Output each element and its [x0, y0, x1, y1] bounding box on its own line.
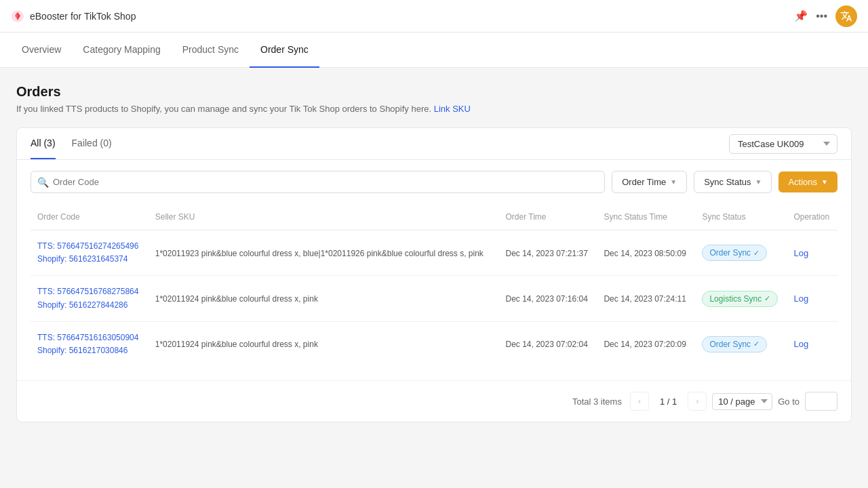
orders-card: All (3) Failed (0) TestCase UK009 🔍 Orde… — [16, 127, 852, 422]
order-time-cell: Dec 14, 2023 07:16:04 — [498, 276, 597, 321]
topbar-right: 📌 ••• — [794, 5, 857, 27]
pagination-total: Total 3 items — [572, 396, 622, 407]
seller-sku-value: 1*02011924 pink&blue colourful dress x, … — [155, 340, 318, 349]
sync-status-cell: Order Sync ✓ — [695, 230, 787, 276]
card-tabs-left: All (3) Failed (0) — [31, 128, 128, 159]
more-icon[interactable]: ••• — [816, 10, 827, 22]
search-input[interactable] — [31, 171, 605, 193]
log-link[interactable]: Log — [793, 248, 808, 258]
col-seller-sku: Seller SKU — [149, 204, 499, 230]
link-sku-link[interactable]: Link SKU — [434, 104, 471, 114]
chevron-down-icon: ▼ — [821, 178, 828, 186]
col-operation: Operation — [787, 204, 837, 230]
sync-time-cell: Dec 14, 2023 07:24:11 — [597, 276, 695, 321]
table-row: TTS: 576647516274265496 Shopify: 5616231… — [31, 230, 837, 276]
page-title: Orders — [16, 84, 852, 100]
table-row: TTS: 576647516768275864 Shopify: 5616227… — [31, 276, 837, 321]
tab-failed[interactable]: Failed (0) — [72, 128, 112, 159]
order-code-cell: TTS: 576647516163050904 Shopify: 5616217… — [31, 321, 149, 367]
order-time-cell: Dec 14, 2023 07:21:37 — [498, 230, 597, 276]
main-content: Orders If you linked TTS products to Sho… — [0, 68, 868, 488]
tts-code-link[interactable]: TTS: 576647516768275864 — [37, 285, 142, 298]
log-link[interactable]: Log — [793, 339, 808, 349]
nav-item-category-mapping[interactable]: Category Mapping — [72, 33, 171, 68]
shop-select[interactable]: TestCase UK009 — [729, 134, 837, 154]
sync-status-badge: Logistics Sync ✓ — [702, 291, 778, 307]
order-time-value: Dec 14, 2023 07:21:37 — [505, 249, 587, 258]
seller-sku-cell: 1*02011924 pink&blue colourful dress x, … — [149, 276, 499, 321]
col-order-code: Order Code — [31, 204, 149, 230]
chevron-down-icon: ▼ — [755, 178, 762, 186]
goto-label: Go to — [778, 396, 800, 407]
topbar-left: eBooster for TikTok Shop — [11, 9, 136, 23]
filters-row: 🔍 Order Time ▼ Sync Status ▼ Actions ▼ — [17, 160, 851, 204]
tab-all[interactable]: All (3) — [31, 128, 56, 159]
table-row: TTS: 576647516163050904 Shopify: 5616217… — [31, 321, 837, 367]
operation-cell: Log — [787, 321, 837, 367]
avatar[interactable] — [835, 5, 857, 27]
col-order-time: Order Time — [498, 204, 597, 230]
sync-status-badge: Order Sync ✓ — [702, 336, 767, 352]
order-code-cell: TTS: 576647516274265496 Shopify: 5616231… — [31, 230, 149, 276]
seller-sku-value: 1*02011924 pink&blue colourful dress x, … — [155, 294, 318, 304]
order-time-cell: Dec 14, 2023 07:02:04 — [498, 321, 597, 367]
order-time-value: Dec 14, 2023 07:16:04 — [505, 294, 587, 304]
sync-time-value: Dec 14, 2023 08:50:09 — [604, 249, 686, 258]
operation-cell: Log — [787, 276, 837, 321]
check-icon: ✓ — [753, 249, 760, 258]
operation-cell: Log — [787, 230, 837, 276]
log-link[interactable]: Log — [793, 293, 808, 304]
translate-icon — [840, 10, 852, 22]
prev-page-button[interactable]: ‹ — [630, 392, 649, 411]
table-header-row: Order Code Seller SKU Order Time Sync St… — [31, 204, 837, 230]
seller-sku-cell: 1*02011924 pink&blue colourful dress x, … — [149, 321, 499, 367]
table-wrap: Order Code Seller SKU Order Time Sync St… — [17, 204, 851, 380]
sync-status-cell: Order Sync ✓ — [695, 321, 787, 367]
shopify-code-link[interactable]: Shopify: 5616217030846 — [37, 344, 142, 357]
shopify-code-link[interactable]: Shopify: 5616231645374 — [37, 253, 142, 266]
check-icon: ✓ — [764, 294, 770, 303]
main-nav: Overview Category Mapping Product Sync O… — [0, 33, 868, 68]
search-wrap: 🔍 — [31, 171, 605, 193]
order-time-value: Dec 14, 2023 07:02:04 — [505, 340, 587, 349]
col-sync-status-time: Sync Status Time — [597, 204, 695, 230]
topbar: eBooster for TikTok Shop 📌 ••• — [0, 0, 868, 33]
goto-input[interactable] — [805, 392, 837, 411]
card-tabs: All (3) Failed (0) TestCase UK009 — [17, 128, 851, 160]
nav-item-order-sync[interactable]: Order Sync — [250, 33, 319, 68]
nav-item-product-sync[interactable]: Product Sync — [172, 33, 250, 68]
col-sync-status: Sync Status — [695, 204, 787, 230]
card-tabs-right: TestCase UK009 — [729, 134, 837, 154]
sync-time-cell: Dec 14, 2023 08:50:09 — [597, 230, 695, 276]
sync-time-value: Dec 14, 2023 07:24:11 — [604, 294, 686, 304]
check-icon: ✓ — [753, 340, 760, 348]
sync-time-value: Dec 14, 2023 07:20:09 — [604, 340, 686, 349]
sync-time-cell: Dec 14, 2023 07:20:09 — [597, 321, 695, 367]
seller-sku-cell: 1*02011923 pink&blue colourful dress x, … — [149, 230, 499, 276]
sync-status-filter[interactable]: Sync Status ▼ — [694, 171, 772, 193]
pagination: Total 3 items ‹ 1 / 1 › 10 / page Go to — [17, 380, 851, 422]
orders-table: Order Code Seller SKU Order Time Sync St… — [31, 204, 837, 367]
page-description: If you linked TTS products to Shopify, y… — [16, 104, 852, 114]
shopify-code-link[interactable]: Shopify: 5616227844286 — [37, 299, 142, 312]
tts-code-link[interactable]: TTS: 576647516274265496 — [37, 240, 142, 253]
seller-sku-value: 1*02011923 pink&blue colourful dress x, … — [155, 249, 484, 258]
sync-status-cell: Logistics Sync ✓ — [695, 276, 787, 321]
actions-button[interactable]: Actions ▼ — [778, 171, 837, 192]
tts-code-link[interactable]: TTS: 576647516163050904 — [37, 331, 142, 344]
app-name: eBooster for TikTok Shop — [30, 11, 136, 22]
nav-item-overview[interactable]: Overview — [11, 33, 72, 68]
order-code-cell: TTS: 576647516768275864 Shopify: 5616227… — [31, 276, 149, 321]
app-logo-icon — [11, 9, 24, 23]
sync-status-badge: Order Sync ✓ — [702, 245, 767, 261]
page-info: 1 / 1 — [654, 396, 682, 407]
pin-icon[interactable]: 📌 — [794, 9, 808, 22]
next-page-button[interactable]: › — [688, 392, 707, 411]
chevron-down-icon: ▼ — [670, 178, 677, 186]
order-time-filter[interactable]: Order Time ▼ — [612, 171, 687, 193]
per-page-select[interactable]: 10 / page — [712, 393, 772, 410]
search-icon: 🔍 — [37, 177, 49, 188]
